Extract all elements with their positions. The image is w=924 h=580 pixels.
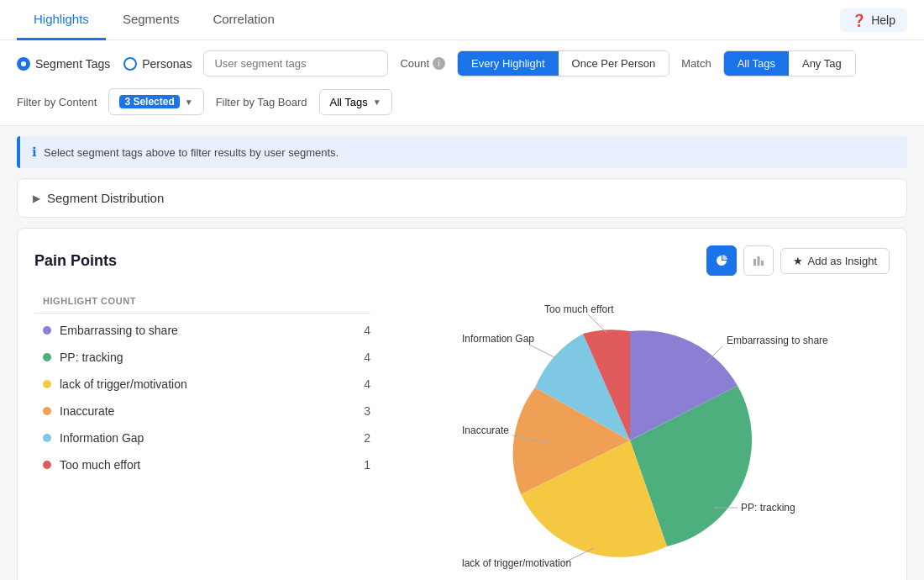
row-label: PP: tracking bbox=[60, 351, 337, 364]
row-color-dot bbox=[43, 461, 51, 469]
card-header: Pain Points ★ Add as Insight bbox=[34, 245, 890, 276]
label-info-gap: Information Gap bbox=[462, 333, 534, 345]
table-row: lack of trigger/motivation 4 bbox=[34, 371, 370, 398]
svg-rect-2 bbox=[761, 261, 764, 266]
segment-distribution-panel: ▶ Segment Distribution bbox=[17, 178, 907, 218]
chevron-right-icon: ▶ bbox=[33, 192, 40, 204]
match-label: Match bbox=[681, 57, 711, 70]
table-row: Information Gap 2 bbox=[34, 424, 370, 451]
count-label-group: Count i bbox=[400, 57, 445, 70]
col-highlight-count: Highlight Count bbox=[43, 296, 370, 306]
svg-rect-1 bbox=[757, 256, 759, 266]
label-embarrassing: Embarrassing to share bbox=[727, 335, 828, 346]
every-highlight-btn[interactable]: Every Highlight bbox=[458, 51, 558, 76]
table-row: Inaccurate 3 bbox=[34, 398, 370, 424]
row-label: Embarrassing to share bbox=[60, 324, 337, 337]
segment-type-radio-group: Segment Tags Personas bbox=[17, 57, 192, 71]
help-button[interactable]: ❓ Help bbox=[840, 8, 907, 32]
line-too-much bbox=[588, 314, 606, 333]
label-lack: lack of trigger/motivation bbox=[462, 557, 571, 569]
pie-chart-section: Too much effort Information Gap Embarras… bbox=[370, 289, 890, 575]
filter-by-content-select[interactable]: 3 Selected ▼ bbox=[108, 88, 203, 115]
table-row: Too much effort 1 bbox=[34, 451, 370, 478]
row-color-dot bbox=[43, 326, 51, 335]
bar-chart-view-btn[interactable] bbox=[743, 245, 774, 276]
info-banner-text: Select segment tags above to filter resu… bbox=[44, 146, 339, 159]
segment-tags-input[interactable] bbox=[203, 50, 388, 76]
selected-badge: 3 Selected bbox=[119, 95, 179, 108]
row-count: 1 bbox=[337, 458, 370, 472]
all-tags-btn[interactable]: All Tags bbox=[724, 51, 789, 76]
add-as-insight-button[interactable]: ★ Add as Insight bbox=[780, 248, 890, 274]
row-count: 4 bbox=[337, 351, 370, 364]
row-label: lack of trigger/motivation bbox=[60, 377, 337, 391]
card-body: Highlight Count Embarrassing to share 4 … bbox=[34, 289, 890, 575]
tab-correlation[interactable]: Correlation bbox=[196, 0, 291, 40]
personas-radio[interactable]: Personas bbox=[123, 57, 192, 71]
card-title: Pain Points bbox=[34, 252, 117, 270]
row-color-dot bbox=[43, 380, 51, 388]
count-info-icon[interactable]: i bbox=[433, 57, 445, 70]
tab-segments[interactable]: Segments bbox=[106, 0, 197, 40]
filter-by-content-label: Filter by Content bbox=[17, 96, 97, 108]
row-label: Information Gap bbox=[60, 431, 337, 445]
pie-chart-icon bbox=[715, 254, 728, 267]
bar-chart-icon bbox=[752, 254, 765, 267]
segment-distribution-header[interactable]: ▶ Segment Distribution bbox=[18, 179, 906, 217]
tab-highlights[interactable]: Highlights bbox=[17, 0, 106, 40]
highlight-count-table: Highlight Count Embarrassing to share 4 … bbox=[34, 289, 370, 575]
card-actions: ★ Add as Insight bbox=[706, 245, 890, 276]
all-tags-value: All Tags bbox=[330, 96, 368, 108]
table-row: PP: tracking 4 bbox=[34, 344, 370, 371]
row-count: 2 bbox=[337, 431, 370, 445]
match-toggle-group: All Tags Any Tag bbox=[723, 50, 856, 76]
filter-by-tag-label: Filter by Tag Board bbox=[216, 96, 307, 108]
nav-tabs: Highlights Segments Correlation bbox=[17, 0, 291, 40]
pain-points-card: Pain Points ★ Add as Insight bbox=[17, 228, 907, 580]
row-label: Too much effort bbox=[60, 458, 337, 472]
info-icon-blue: ℹ bbox=[32, 145, 37, 160]
any-tag-btn[interactable]: Any Tag bbox=[789, 51, 855, 76]
filter-by-tag-select[interactable]: All Tags ▼ bbox=[319, 89, 392, 115]
line-info-gap bbox=[529, 345, 556, 358]
label-inaccurate: Inaccurate bbox=[462, 424, 509, 436]
count-toggle-group: Every Highlight Once Per Person bbox=[457, 50, 669, 76]
row-color-dot bbox=[43, 353, 51, 361]
chevron-down-icon-2: ▼ bbox=[373, 98, 381, 107]
table-row: Embarrassing to share 4 bbox=[34, 317, 370, 344]
svg-rect-0 bbox=[753, 259, 756, 266]
top-nav: Highlights Segments Correlation ❓ Help bbox=[0, 0, 924, 40]
help-label: Help bbox=[871, 13, 895, 27]
table-header: Highlight Count bbox=[34, 289, 370, 314]
star-icon: ★ bbox=[793, 255, 803, 267]
filter-bar: Segment Tags Personas Count i Every High… bbox=[0, 40, 924, 126]
once-per-person-btn[interactable]: Once Per Person bbox=[559, 51, 669, 76]
row-count: 4 bbox=[337, 324, 370, 337]
row-count: 3 bbox=[337, 404, 370, 418]
table-rows: Embarrassing to share 4 PP: tracking 4 l… bbox=[34, 317, 370, 478]
row-count: 4 bbox=[337, 377, 370, 391]
add-insight-label: Add as Insight bbox=[808, 255, 877, 267]
pie-chart-svg: Too much effort Information Gap Embarras… bbox=[420, 289, 840, 575]
chevron-down-icon: ▼ bbox=[185, 98, 193, 107]
label-tracking: PP: tracking bbox=[741, 502, 795, 514]
segment-distribution-label: Segment Distribution bbox=[47, 191, 164, 205]
row-color-dot bbox=[43, 434, 51, 442]
info-banner: ℹ Select segment tags above to filter re… bbox=[17, 136, 907, 168]
pie-chart-view-btn[interactable] bbox=[706, 245, 737, 276]
segment-tags-radio[interactable]: Segment Tags bbox=[17, 57, 110, 71]
row-color-dot bbox=[43, 407, 51, 415]
row-label: Inaccurate bbox=[60, 404, 337, 418]
help-icon: ❓ bbox=[852, 13, 866, 27]
label-too-much: Too much effort bbox=[544, 303, 614, 315]
